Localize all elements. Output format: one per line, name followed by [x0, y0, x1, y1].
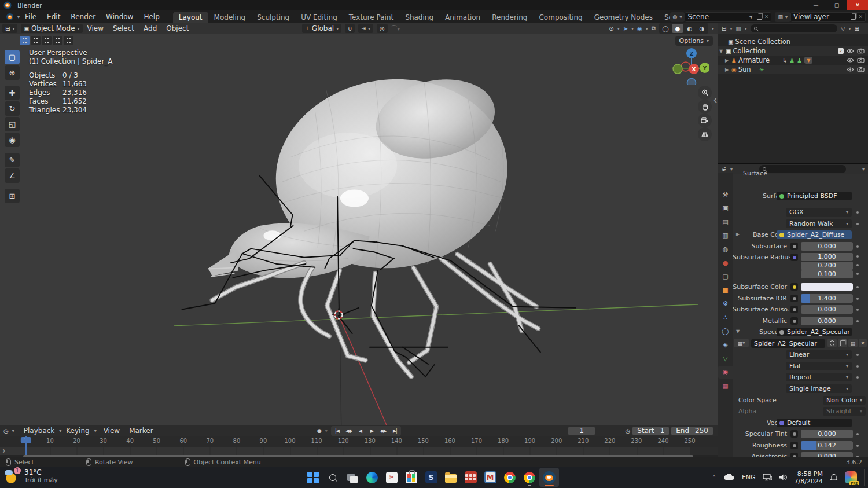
disable-render-camera-icon[interactable] — [857, 67, 865, 72]
animate-dot[interactable] — [856, 320, 859, 322]
toggle-orthographic-button[interactable] — [698, 127, 712, 141]
viewport-menu-item[interactable]: Add — [139, 23, 161, 34]
tab-output[interactable]: ▤ — [718, 215, 733, 228]
use-preview-range-toggle[interactable]: ◷ — [626, 428, 631, 434]
chrome-button[interactable] — [500, 468, 520, 487]
start-frame-field[interactable]: Start1 — [632, 427, 669, 435]
menu-item[interactable]: Edit — [42, 11, 65, 23]
pack-icon[interactable]: ▤ — [848, 339, 858, 347]
animate-dot[interactable] — [856, 264, 859, 266]
tab-material[interactable]: ◉ — [718, 366, 733, 379]
pin-icon[interactable]: ➤ — [748, 13, 755, 20]
tab-view-layer[interactable]: ▥ — [718, 229, 733, 242]
tab-object[interactable]: ■ — [718, 284, 733, 296]
tab-uv-editing[interactable]: UV Editing — [295, 12, 343, 23]
tab-tool[interactable]: ⚒ — [718, 188, 733, 201]
tab-rendering[interactable]: Rendering — [486, 12, 533, 23]
outliner-search-input[interactable] — [751, 24, 837, 32]
jump-to-end-button[interactable]: ▶| — [389, 427, 400, 435]
menu-item[interactable]: Window — [101, 11, 138, 23]
show-desktop-button[interactable] — [864, 469, 866, 486]
disable-render-camera-icon[interactable] — [857, 57, 865, 63]
options-button[interactable]: Options▾ — [675, 36, 713, 46]
color-space-dropdown[interactable]: Non-Color▾ — [823, 396, 866, 405]
blender-menu-button[interactable]: ▾ — [3, 10, 20, 23]
decorator-icon[interactable] — [790, 442, 798, 449]
specular-field[interactable]: Spider_A2_Specular — [777, 328, 852, 336]
tab-shading[interactable]: Shading — [399, 12, 439, 23]
rotate-tool[interactable]: ↻ — [5, 101, 20, 116]
subsurface-slider[interactable]: 0.000 — [801, 242, 853, 251]
tab-animation[interactable]: Animation — [439, 12, 486, 23]
scene-name[interactable]: Scene — [687, 13, 746, 21]
select-mode-extend[interactable] — [31, 36, 41, 45]
shading-wireframe-button[interactable]: ◯ — [660, 24, 671, 33]
alpha-dropdown[interactable]: Straight▾ — [823, 407, 866, 416]
editor-type-button[interactable]: ⊞▾ — [2, 24, 17, 33]
tab-scene[interactable]: ◍ — [718, 243, 733, 255]
tab-constraints[interactable]: ◈ — [718, 339, 733, 351]
chrome-alt-button[interactable] — [520, 468, 539, 487]
timeline-ruler[interactable]: 1 10203040506070809010011012013014015016… — [0, 436, 718, 447]
menu-item[interactable]: Help — [138, 11, 164, 23]
transform-tool[interactable]: ◉ — [5, 133, 20, 147]
network-icon[interactable] — [763, 474, 772, 481]
menu-item[interactable]: Render — [65, 11, 101, 23]
mode-dropdown[interactable]: ▣Object Mode▾ — [21, 24, 82, 33]
copy-icon[interactable] — [851, 14, 856, 20]
viewport-menu-item[interactable]: View — [83, 23, 108, 34]
decorator-icon[interactable] — [790, 430, 798, 438]
subsurface-ior-slider[interactable]: 1.400 — [801, 294, 853, 303]
subsurface-method-dropdown[interactable]: Random Walk▾ — [786, 219, 852, 228]
language-indicator[interactable]: ENG — [742, 474, 756, 481]
hide-eye-icon[interactable] — [847, 48, 854, 54]
marker-menu[interactable]: Marker — [124, 425, 157, 436]
image-name-field[interactable]: Spider_A2_Specular — [751, 339, 825, 348]
projection-dropdown[interactable]: Flat▾ — [786, 362, 852, 370]
decorator-icon[interactable] — [790, 254, 798, 261]
tab-geometry-nodes[interactable]: Geometry Nodes — [589, 12, 659, 23]
current-frame-field[interactable]: 1 — [568, 427, 595, 435]
3d-viewport[interactable]: ⊞▾ ▣Object Mode▾ ViewSelectAddObject ⊥Gl… — [0, 23, 718, 425]
animate-dot[interactable] — [856, 211, 859, 214]
app-s-button[interactable]: S — [421, 468, 441, 487]
outliner-display-mode-dropdown[interactable]: ⊟▾ — [722, 25, 732, 32]
cursor-tool[interactable]: ⊕ — [5, 65, 20, 80]
armature-data-badge[interactable]: ▼ — [804, 57, 812, 64]
timeline-track[interactable] — [0, 447, 718, 455]
scale-tool[interactable]: ◱ — [5, 117, 20, 131]
zoom-button[interactable] — [698, 86, 712, 100]
app-m-button[interactable]: M — [480, 468, 500, 487]
select-mode-new[interactable] — [20, 36, 30, 45]
maximize-button[interactable]: ▢ — [826, 0, 847, 10]
animate-dot[interactable] — [856, 309, 859, 311]
subsurface-aniso-slider[interactable]: 0.000 — [801, 305, 853, 314]
snap-target-dropdown[interactable]: ⇥▾ — [358, 24, 373, 33]
playhead[interactable] — [25, 436, 27, 455]
close-x-icon[interactable]: ✕ — [764, 14, 769, 20]
tab-modeling[interactable]: Modeling — [208, 12, 252, 23]
falloff-curve-icon[interactable]: ⌒▾ — [391, 24, 400, 33]
radius-x-field[interactable]: 1.000 — [801, 253, 853, 261]
select-mode-invert[interactable] — [53, 36, 62, 45]
end-frame-field[interactable]: End250 — [671, 427, 713, 435]
channel-expand-arrow[interactable]: ❯ — [2, 448, 6, 453]
disable-render-camera-icon[interactable] — [857, 48, 865, 54]
navigation-gizmo[interactable]: Z Y X — [671, 46, 709, 85]
expand-arrow-icon[interactable]: ▼ — [718, 49, 724, 54]
properties-editor-icon[interactable]: ⚟▾ — [722, 166, 733, 173]
tab-particles[interactable]: ∴ — [718, 311, 733, 324]
tab-layout[interactable]: Layout — [173, 12, 208, 23]
metallic-slider[interactable]: 0.000 — [801, 317, 853, 325]
outliner-row-sun[interactable]: ▶ ◉ Sun ☀ — [718, 65, 868, 74]
scene-browse-icon[interactable]: ◍▾ — [670, 12, 685, 22]
select-box-tool[interactable]: ▢ — [5, 50, 20, 64]
decorator-icon[interactable] — [790, 306, 798, 313]
hide-eye-icon[interactable] — [847, 67, 854, 72]
shading-material-button[interactable]: ◐ — [684, 24, 696, 33]
animate-dot[interactable] — [856, 354, 859, 356]
animate-dot[interactable] — [856, 223, 859, 225]
tab-collection[interactable]: ▢ — [718, 270, 733, 283]
radius-z-field[interactable]: 0.100 — [801, 270, 853, 278]
object-visibility-dropdown[interactable]: ⊙▾ — [609, 25, 619, 32]
